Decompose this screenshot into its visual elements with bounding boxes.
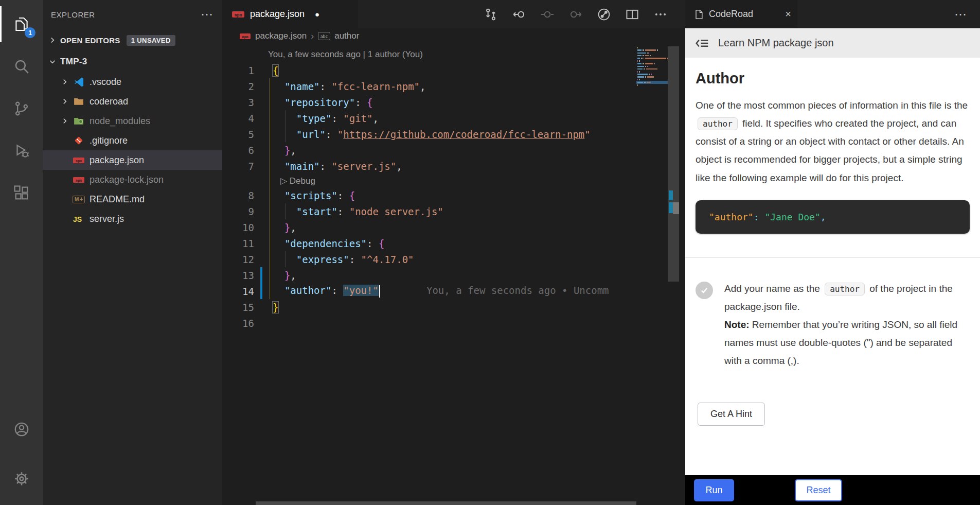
code-line-2[interactable]: 2 "name": "fcc-learn-npm", — [222, 78, 636, 94]
source-control-activity-button[interactable] — [0, 88, 43, 130]
panel-tab-label: CodeRoad — [709, 9, 780, 20]
extensions-activity-button[interactable] — [0, 172, 43, 214]
minimap[interactable] — [636, 44, 668, 505]
code-line-3[interactable]: 3 "repository": { — [222, 94, 636, 110]
file-label: package-lock.json — [90, 175, 164, 185]
code-line-1[interactable]: 1{ — [222, 62, 636, 78]
explorer-sidebar: EXPLORER ⋯ OPEN EDITORS 1 UNSAVED TMP-3 … — [43, 0, 222, 505]
editor-group: npm package.json ● — [222, 0, 685, 505]
codelens-authors[interactable]: You, a few seconds ago | 1 author (You) — [222, 47, 636, 62]
inline-code-author: author — [698, 117, 738, 130]
code-line-8[interactable]: 8 "scripts": { — [222, 187, 636, 203]
breadcrumb-symbol[interactable]: author — [334, 31, 359, 41]
gutter — [260, 158, 262, 174]
file-label: .gitignore — [90, 135, 128, 146]
minimap-line — [636, 86, 668, 89]
line-content: }, — [273, 145, 296, 156]
tree-item-readme-md[interactable]: MREADME.md — [43, 189, 222, 209]
code-line-10[interactable]: 10 }, — [222, 219, 636, 235]
code-line-4[interactable]: 4 "type": "git", — [222, 110, 636, 126]
line-number: 3 — [222, 97, 254, 108]
code-line-14[interactable]: 14 "author": "you!"You, a few seconds ag… — [222, 283, 636, 299]
navigate-forward-icon[interactable] — [565, 4, 586, 25]
line-content: "express": "^4.17.0" — [273, 254, 414, 265]
unsaved-dot-icon[interactable]: ● — [315, 10, 319, 19]
open-editors-section[interactable]: OPEN EDITORS 1 UNSAVED — [43, 29, 222, 51]
explorer-title: EXPLORER — [51, 10, 201, 19]
abc-symbol-icon: abc — [318, 32, 330, 40]
chevron-right-icon — [48, 36, 57, 45]
line-number: 10 — [222, 222, 254, 233]
scrollbar-slider[interactable] — [668, 46, 679, 282]
gutter — [260, 203, 262, 219]
compare-changes-icon[interactable] — [480, 4, 501, 25]
code-line-5[interactable]: 5 "url": "https://github.com/coderoad/fc… — [222, 126, 636, 142]
line-number: 15 — [222, 302, 254, 313]
source-control-icon — [13, 100, 30, 117]
inline-code-author: author — [825, 283, 865, 295]
file-tree: .vscodecoderoadnode_modules.gitignorenpm… — [43, 72, 222, 229]
tutorial-title: Learn NPM package json — [718, 37, 834, 49]
line-number: 1 — [222, 65, 254, 76]
horizontal-scrollbar[interactable] — [256, 501, 636, 505]
line-number: 9 — [222, 206, 254, 217]
run-button[interactable]: Run — [694, 479, 734, 501]
tree-item--gitignore[interactable]: .gitignore — [43, 131, 222, 150]
gutter — [260, 235, 262, 251]
tree-item-server-js[interactable]: JSserver.js — [43, 209, 222, 229]
tree-item-package-json[interactable]: npmpackage.json — [43, 150, 222, 170]
folder-icon — [74, 97, 84, 106]
file-label: .vscode — [90, 77, 121, 88]
svg-text:npm: npm — [242, 34, 248, 39]
code-line-12[interactable]: 12 "express": "^4.17.0" — [222, 251, 636, 267]
code-line-11[interactable]: 11 "dependencies": { — [222, 235, 636, 251]
menu-back-icon[interactable] — [694, 37, 710, 49]
svg-text:npm: npm — [76, 159, 82, 163]
breadcrumb: npm package.json › abc author — [222, 28, 685, 44]
cursor-decoration — [673, 202, 679, 214]
example-code-block: "author": "Jane Doe", — [696, 200, 970, 234]
breadcrumb-file[interactable]: package.json — [255, 31, 307, 41]
workspace-root-folder[interactable]: TMP-3 — [43, 51, 222, 72]
line-content: "url": "https://github.com/coderoad/fcc-… — [273, 129, 591, 140]
line-number: 5 — [222, 129, 254, 140]
code-line-16[interactable]: 16 — [222, 315, 636, 331]
search-activity-button[interactable] — [0, 45, 43, 88]
code-lines: You, a few seconds ago | 1 author (You)1… — [222, 44, 636, 331]
reset-button[interactable]: Reset — [795, 479, 842, 501]
get-a-hint-button[interactable]: Get A Hint — [698, 403, 765, 426]
run-and-debug-activity-button[interactable] — [0, 130, 43, 172]
line-content: { — [273, 65, 278, 76]
tree-item--vscode[interactable]: .vscode — [43, 72, 222, 92]
code-line-13[interactable]: 13 }, — [222, 267, 636, 283]
accounts-button[interactable] — [0, 408, 43, 450]
gutter — [260, 78, 262, 94]
previous-change-icon[interactable] — [509, 4, 529, 25]
line-content: } — [273, 302, 278, 313]
tree-item-coderoad[interactable]: coderoad — [43, 92, 222, 111]
tree-item-package-lock-json[interactable]: npmpackage-lock.json — [43, 170, 222, 189]
codelens-debug[interactable]: ▷ Debug — [222, 174, 636, 187]
explorer-activity-button[interactable]: 1 — [0, 3, 43, 45]
code-line-6[interactable]: 6 }, — [222, 142, 636, 158]
tree-item-node-modules[interactable]: node_modules — [43, 111, 222, 131]
close-icon[interactable]: × — [785, 8, 791, 20]
settings-button[interactable] — [0, 458, 43, 500]
code-line-15[interactable]: 15} — [222, 299, 636, 315]
split-editor-icon[interactable] — [622, 4, 643, 25]
chevron-right-icon — [60, 97, 69, 106]
panel-more-actions-icon[interactable]: ⋯ — [797, 12, 980, 17]
tab-coderoad[interactable]: CodeRoad × — [685, 0, 797, 28]
code-line-7[interactable]: 7 "main": "server.js", — [222, 158, 636, 174]
code-editor[interactable]: You, a few seconds ago | 1 author (You)1… — [222, 44, 685, 505]
svg-text:abc: abc — [320, 34, 328, 39]
code-line-9[interactable]: 9 "start": "node server.js" — [222, 203, 636, 219]
tab-package-json[interactable]: npm package.json ● — [222, 0, 358, 28]
run-coderoad-icon[interactable] — [594, 4, 614, 25]
panel-tab-bar: CodeRoad × ⋯ — [685, 0, 980, 28]
next-change-icon[interactable] — [537, 4, 558, 25]
explorer-more-actions-icon[interactable]: ⋯ — [201, 12, 213, 17]
more-actions-icon[interactable] — [650, 4, 671, 25]
activity-bar: 1 — [0, 0, 43, 505]
svg-text:npm: npm — [235, 12, 242, 17]
